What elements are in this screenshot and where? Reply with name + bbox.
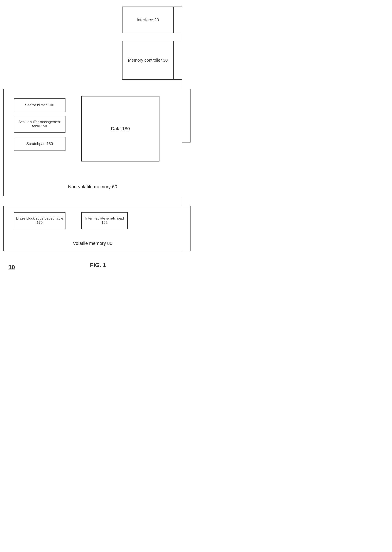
ebst-box: Erase block superceded table 170 [14, 212, 65, 229]
scratchpad-box: Scratchpad 160 [14, 137, 65, 151]
connector-line-2 [182, 80, 182, 89]
data-box: Data 180 [81, 96, 160, 161]
nvm-label: Non-volatile memory 60 [4, 184, 182, 190]
interface-box: Interface 20 [122, 7, 174, 33]
sbmt-label: Sector buffer management table 150 [15, 120, 64, 128]
ebst-label: Erase block superceded table 170 [15, 216, 64, 225]
connector-line-3 [182, 196, 182, 206]
interface-bracket [174, 7, 182, 33]
intermediate-scratchpad-box: Intermediate scratchpad 162 [81, 212, 128, 229]
intermediate-scratchpad-label: Intermediate scratchpad 162 [83, 216, 126, 225]
vm-bracket [182, 206, 190, 251]
connector-line-1 [182, 33, 182, 41]
diagram-container: Interface 20 Memory controller 30 Non-vo… [0, 0, 196, 276]
sbmt-box: Sector buffer management table 150 [14, 116, 65, 132]
memory-controller-bracket [174, 41, 182, 80]
interface-label: Interface 20 [137, 18, 159, 22]
sector-buffer-label: Sector buffer 100 [25, 103, 54, 107]
vm-label: Volatile memory 80 [4, 241, 182, 246]
nvm-bracket [182, 89, 190, 143]
sector-buffer-box: Sector buffer 100 [14, 98, 65, 112]
memory-controller-box: Memory controller 30 [122, 41, 174, 80]
data-label: Data 180 [111, 126, 130, 131]
memory-controller-label: Memory controller 30 [128, 58, 168, 63]
scratchpad-label: Scratchpad 160 [26, 142, 53, 146]
figure-label: FIG. 1 [0, 262, 196, 269]
